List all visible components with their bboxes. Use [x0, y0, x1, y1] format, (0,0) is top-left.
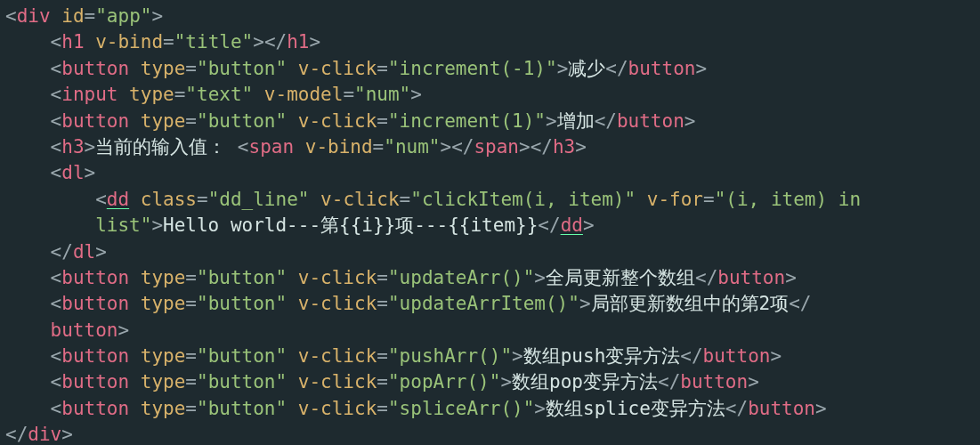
- code-editor[interactable]: <div id="app"> <h1 v-bind="title"></h1> …: [0, 0, 980, 445]
- code-content: <div id="app"> <h1 v-bind="title"></h1> …: [5, 5, 861, 445]
